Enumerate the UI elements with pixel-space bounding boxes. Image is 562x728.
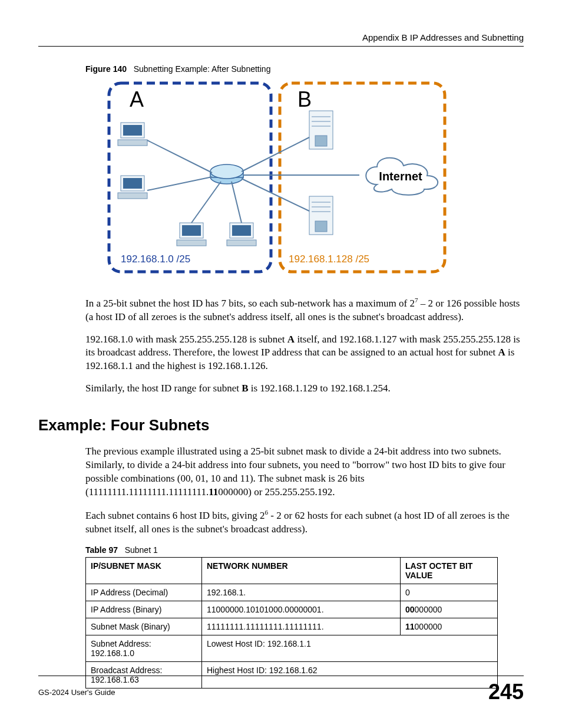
svg-rect-13	[177, 240, 206, 246]
paragraph: Each subnet contains 6 host ID bits, giv…	[85, 508, 524, 536]
svg-rect-16	[227, 240, 256, 246]
table-row: Subnet Mask (Binary) 11111111.11111111.1…	[86, 618, 498, 635]
svg-line-28	[147, 177, 212, 190]
page-header: Appendix B IP Addresses and Subnetting	[38, 32, 524, 47]
table-row: IP Address (Decimal) 192.168.1. 0	[86, 584, 498, 601]
paragraph: In a 25-bit subnet the host ID has 7 bit…	[85, 296, 524, 324]
svg-rect-6	[123, 125, 142, 136]
workstation-icon	[118, 123, 147, 146]
server-icon	[309, 196, 333, 235]
svg-line-31	[242, 137, 309, 172]
table-title: Subnet 1	[125, 545, 158, 555]
svg-rect-7	[118, 140, 147, 146]
subnet-a-label: A	[130, 87, 144, 111]
table-row: Subnet Address: 192.168.1.0 Lowest Host …	[86, 635, 498, 661]
subnet-a-ip: 192.168.1.0 /25	[121, 253, 190, 265]
subnet-b-ip: 192.168.1.128 /25	[289, 253, 369, 265]
svg-rect-26	[315, 221, 327, 232]
workstation-icon	[177, 223, 206, 246]
svg-rect-21	[315, 136, 327, 146]
workstation-icon	[227, 223, 256, 246]
workstation-icon	[118, 176, 147, 199]
svg-line-29	[191, 182, 221, 223]
svg-line-27	[147, 140, 212, 173]
section-heading: Example: Four Subnets	[38, 416, 524, 434]
footer-guide-name: GS-2024 User's Guide	[38, 688, 115, 697]
table-header: LAST OCTET BIT VALUE	[401, 557, 498, 584]
cloud-label: Internet	[379, 170, 422, 183]
page: Appendix B IP Addresses and Subnetting F…	[0, 0, 562, 728]
svg-rect-15	[232, 225, 251, 236]
paragraph: Similarly, the host ID range for subnet …	[85, 382, 524, 396]
subnet-table: IP/SUBNET MASK NETWORK NUMBER LAST OCTET…	[85, 557, 498, 689]
table-header-row: IP/SUBNET MASK NETWORK NUMBER LAST OCTET…	[86, 557, 498, 584]
table-caption: Table 97 Subnet 1	[85, 545, 524, 555]
svg-point-4	[210, 164, 243, 179]
svg-line-30	[232, 182, 242, 223]
figure-label: Figure 140	[85, 64, 127, 74]
subnet-b-label: B	[297, 87, 312, 111]
figure-diagram: A B	[103, 78, 524, 281]
page-number: 245	[488, 680, 524, 704]
table-header: NETWORK NUMBER	[202, 557, 401, 584]
figure-caption: Figure 140 Subnetting Example: After Sub…	[85, 64, 524, 74]
paragraph: 192.168.1.0 with mask 255.255.255.128 is…	[85, 333, 524, 374]
paragraph: The previous example illustrated using a…	[85, 445, 524, 499]
table-header: IP/SUBNET MASK	[86, 557, 202, 584]
table-row: IP Address (Binary) 11000000.10101000.00…	[86, 601, 498, 618]
appendix-title: Appendix B IP Addresses and Subnetting	[362, 32, 524, 42]
server-icon	[309, 111, 333, 149]
svg-rect-9	[123, 178, 142, 189]
table-label: Table 97	[85, 545, 118, 555]
svg-rect-12	[182, 225, 201, 236]
svg-line-32	[242, 179, 309, 211]
figure-title: Subnetting Example: After Subnetting	[134, 64, 271, 74]
page-footer: GS-2024 User's Guide 245	[38, 676, 524, 704]
svg-rect-10	[118, 193, 147, 199]
